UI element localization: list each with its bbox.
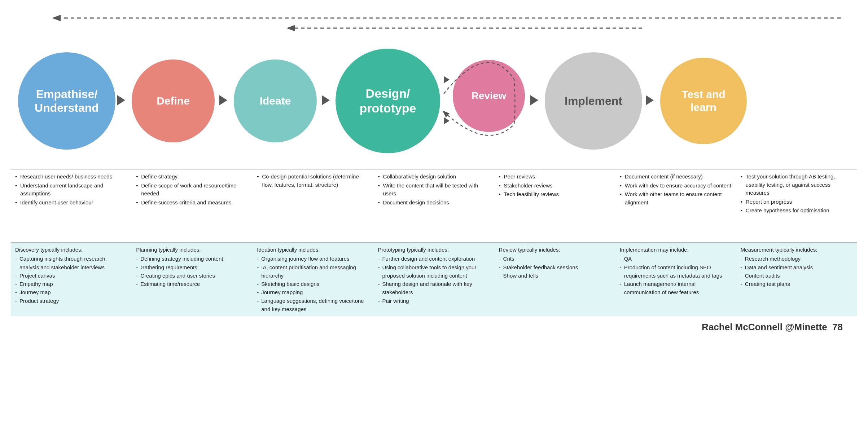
detail-item: Empathy map [15, 280, 127, 288]
detail-item: Defining strategy including content [136, 255, 248, 263]
col-test-bullets: Test your solution through AB testing, u… [736, 169, 857, 242]
bullet-item: Create hypotheses for optimisation [741, 207, 853, 215]
bullet-item: Define scope of work and resource/time n… [136, 182, 248, 198]
bullet-item: Document design decisions [378, 199, 490, 207]
bullet-item: Write the content that will be tested wi… [378, 182, 490, 198]
section-title: Implementation may include: [620, 246, 732, 254]
bullet-item: Understand current landscape and assumpt… [15, 182, 127, 198]
col-empathise-bullets: Research user needs/ business needs Unde… [11, 169, 132, 242]
section-title: Planning typically includes: [136, 246, 248, 254]
detail-item: Pair writing [378, 297, 490, 305]
section-title: Prototyping typically includes: [378, 246, 490, 254]
arrow-2 [219, 95, 227, 107]
col-define-bullets: Define strategy Define scope of work and… [132, 169, 253, 242]
arrow-6 [646, 95, 654, 107]
col-test-detail: Measurement typically includes: Research… [736, 242, 857, 316]
circle-implement-wrap: Implement [545, 52, 642, 150]
detail-item: Crits [499, 255, 611, 263]
circle-test: Test and learn [660, 58, 747, 144]
col-implement-detail: Implementation may include: QA Productio… [615, 242, 736, 316]
detail-item: Capturing insights through research, ana… [15, 255, 127, 271]
detail-item: Creating epics and user stories [136, 271, 248, 280]
bullet-item: Co-design potential solutions (determine… [257, 173, 369, 189]
detail-text: Implementation may include: QA Productio… [620, 246, 732, 297]
attribution: Rachel McConnell @Minette_78 [11, 316, 857, 336]
col-ideate-bullets: Co-design potential solutions (determine… [253, 169, 373, 242]
bullet-item: Stakeholder reviews [499, 182, 611, 190]
circle-implement: Implement [545, 52, 642, 150]
circle-define: Define [132, 59, 215, 142]
detail-item: Using collaborative tools to design your… [378, 263, 490, 280]
detail-item: Language suggestions, defining voice/ton… [257, 297, 369, 314]
feedback-arrows-svg [11, 7, 857, 34]
circle-empathise: Empathise/ Understand [18, 52, 115, 150]
arrow-1 [117, 95, 125, 107]
circles-row: Empathise/ Understand Define Ideate Desi… [11, 32, 857, 169]
circle-empathise-wrap: Empathise/ Understand [18, 52, 115, 150]
col-define-detail: Planning typically includes: Defining st… [132, 242, 253, 316]
bullet-item: Document content (if necessary) [620, 173, 732, 181]
detail-item: Product strategy [15, 297, 127, 305]
circle-define-wrap: Define [132, 59, 215, 142]
bullet-item: Define success criteria and measures [136, 199, 248, 207]
detail-text: Review typically includes: Crits Stakeho… [499, 246, 611, 280]
detail-item: Estimating time/resource [136, 280, 248, 288]
bullet-item: Report on progress [741, 198, 853, 206]
detail-item: Journey mapping [257, 288, 369, 296]
detail-section: Discovery typically includes: Capturing … [11, 242, 857, 316]
detail-item: Research methodology [741, 255, 853, 263]
arrow-3 [322, 95, 330, 107]
detail-item: IA, content prioritisation and messaging… [257, 263, 369, 280]
bullet-item: Work with other teams to ensure content … [620, 190, 732, 207]
detail-item: Data and sentiment analysis [741, 263, 853, 271]
bullet-section: Research user needs/ business needs Unde… [11, 169, 857, 242]
detail-item: Sketching basic designs [257, 280, 369, 288]
detail-item: Production of content including SEO requ… [620, 263, 732, 280]
col-design-detail: Prototyping typically includes: Further … [373, 242, 494, 316]
bullet-item: Tech feasibility reviews [499, 190, 611, 199]
detail-item: Organising journey flow and features [257, 255, 369, 263]
arrow-5 [530, 95, 538, 107]
detail-text: Planning typically includes: Defining st… [136, 246, 248, 288]
col-implement-bullets: Document content (if necessary) Work wit… [615, 169, 736, 242]
section-title: Review typically includes: [499, 246, 611, 254]
col-ideate-detail: Ideation typically includes: Organising … [253, 242, 373, 316]
col-empathise-detail: Discovery typically includes: Capturing … [11, 242, 132, 316]
col-review-bullets: Peer reviews Stakeholder reviews Tech fe… [495, 169, 615, 242]
circle-design: Design/ prototype [336, 49, 440, 153]
detail-item: Show and tells [499, 271, 611, 280]
circle-ideate: Ideate [234, 59, 317, 142]
col-design-bullets: Collaboratively design solution Write th… [373, 169, 494, 242]
circle-design-wrap: Design/ prototype [336, 49, 440, 153]
detail-item: Further design and content exploration [378, 255, 490, 263]
page: Empathise/ Understand Define Ideate Desi… [0, 0, 868, 429]
detail-item: Project canvas [15, 271, 127, 280]
top-arrows-area [11, 7, 857, 36]
detail-text: Discovery typically includes: Capturing … [15, 246, 127, 305]
circle-test-wrap: Test and learn [660, 58, 747, 144]
detail-item: Sharing design and rationale with key st… [378, 280, 490, 297]
bullet-item: Peer reviews [499, 173, 611, 181]
detail-text: Measurement typically includes: Research… [741, 246, 853, 288]
detail-item: Creating test plans [741, 280, 853, 288]
bullet-item: Research user needs/ business needs [15, 173, 127, 181]
bullet-item: Work with dev to ensure accuracy of cont… [620, 182, 732, 190]
detail-text: Ideation typically includes: Organising … [257, 246, 369, 313]
bullet-item: Test your solution through AB testing, u… [741, 173, 853, 197]
detail-item: Stakeholder feedback sessions [499, 263, 611, 271]
bullet-item: Define strategy [136, 173, 248, 181]
bullet-item: Collaboratively design solution [378, 173, 490, 181]
detail-item: QA [620, 255, 732, 263]
detail-item: Journey map [15, 288, 127, 296]
col-review-detail: Review typically includes: Crits Stakeho… [495, 242, 615, 316]
circle-ideate-wrap: Ideate [234, 59, 317, 142]
bullet-item: Identify current user behaviour [15, 199, 127, 207]
detail-item: Content audits [741, 271, 853, 280]
detail-item: Launch management/ internal communicatio… [620, 280, 732, 297]
section-title: Discovery typically includes: [15, 246, 127, 254]
section-title: Ideation typically includes: [257, 246, 369, 254]
detail-text: Prototyping typically includes: Further … [378, 246, 490, 305]
review-feedback-svg [444, 32, 530, 169]
section-title: Measurement typically includes: [741, 246, 853, 254]
detail-item: Gathering requirements [136, 263, 248, 271]
